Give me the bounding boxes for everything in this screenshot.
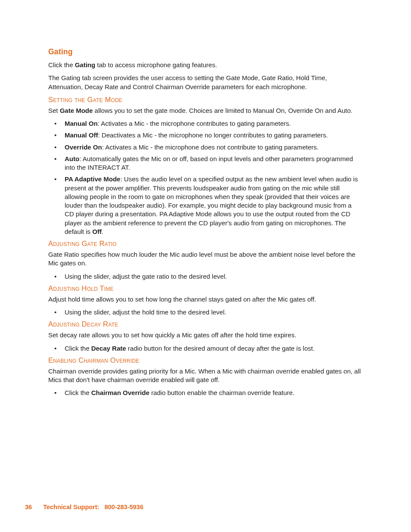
- hold-time-para: Adjust hold time allows you to set how l…: [48, 295, 363, 304]
- gate-mode-list: Manual On: Activates a Mic - the microph…: [48, 119, 363, 236]
- list-item: Manual Off: Deactivates a Mic - the micr…: [48, 131, 363, 140]
- section-title: Gating: [48, 47, 363, 56]
- subhead-hold-time: Adjusting Hold Time: [48, 284, 363, 292]
- item-text: : Deactivates a Mic - the microphone no …: [98, 131, 328, 139]
- list-item: Override On: Activates a Mic - the micro…: [48, 143, 363, 152]
- list-item: Auto: Automatically gates the Mic on or …: [48, 155, 363, 172]
- subhead-setting-gate-mode: Setting the Gate Mode: [48, 96, 363, 104]
- list-item: Click the Chairman Override radio button…: [48, 389, 363, 397]
- bold-off: Off: [92, 228, 102, 235]
- page-number: 36: [25, 504, 32, 510]
- decay-rate-list: Click the Decay Rate radio button for th…: [48, 344, 363, 353]
- list-item: Using the slider, adjust the hold time t…: [48, 308, 363, 317]
- text: Click the: [65, 389, 91, 396]
- bold-gating: Gating: [75, 61, 96, 68]
- chairman-list: Click the Chairman Override radio button…: [48, 389, 363, 397]
- subhead-chairman: Enabling Chairman Override: [48, 356, 363, 364]
- text: tab to access microphone gating features…: [95, 61, 217, 68]
- item-text: : Uses the audio level on a specified ou…: [65, 175, 358, 235]
- text: allows you to set the gate mode. Choices…: [93, 107, 352, 114]
- text: Set: [48, 107, 60, 114]
- list-item: Manual On: Activates a Mic - the microph…: [48, 119, 363, 128]
- footer-label: Technical Support:: [43, 504, 99, 510]
- item-label: PA Adaptive Mode: [65, 175, 120, 183]
- item-label: Auto: [65, 155, 79, 162]
- hold-time-list: Using the slider, adjust the hold time t…: [48, 308, 363, 317]
- text: radio button for the desired amount of d…: [126, 345, 315, 352]
- bold-chairman-override: Chairman Override: [91, 389, 149, 396]
- subhead-decay-rate: Adjusting Decay Rate: [48, 320, 363, 328]
- text: Click the: [48, 61, 75, 68]
- decay-rate-para: Set decay rate allows you to set how qui…: [48, 331, 363, 339]
- item-text: : Activates a Mic - the microphone does …: [102, 143, 319, 151]
- page-footer: 36 Technical Support: 800-283-5936: [25, 504, 143, 510]
- list-item: Click the Decay Rate radio button for th…: [48, 344, 363, 353]
- gate-ratio-para: Gate Ratio specifies how much louder the…: [48, 250, 363, 268]
- set-gate-mode-para: Set Gate Mode allows you to set the gate…: [48, 106, 363, 115]
- bold-decay-rate: Decay Rate: [91, 345, 126, 352]
- bold-gate-mode: Gate Mode: [60, 107, 93, 114]
- page-content: Gating Click the Gating tab to access mi…: [0, 0, 411, 398]
- list-item: PA Adaptive Mode: Uses the audio level o…: [48, 175, 363, 236]
- chairman-para: Chairman override provides gating priori…: [48, 367, 363, 385]
- list-item: Using the slider, adjust the gate ratio …: [48, 272, 363, 281]
- subhead-gate-ratio: Adjusting Gate Ratio: [48, 240, 363, 248]
- text: radio button enable the chairman overrid…: [149, 389, 295, 396]
- item-label: Override On: [65, 143, 102, 151]
- intro-click: Click the Gating tab to access microphon…: [48, 61, 363, 69]
- intro-desc: The Gating tab screen provides the user …: [48, 74, 363, 91]
- gate-ratio-list: Using the slider, adjust the gate ratio …: [48, 272, 363, 281]
- item-label: Manual Off: [65, 131, 98, 139]
- text: .: [102, 228, 103, 235]
- footer-phone: 800-283-5936: [104, 504, 143, 510]
- item-text: : Automatically gates the Mic on or off,…: [65, 155, 353, 171]
- text: Click the: [65, 345, 91, 352]
- item-text: : Activates a Mic - the microphone contr…: [98, 120, 291, 127]
- item-label: Manual On: [65, 120, 98, 127]
